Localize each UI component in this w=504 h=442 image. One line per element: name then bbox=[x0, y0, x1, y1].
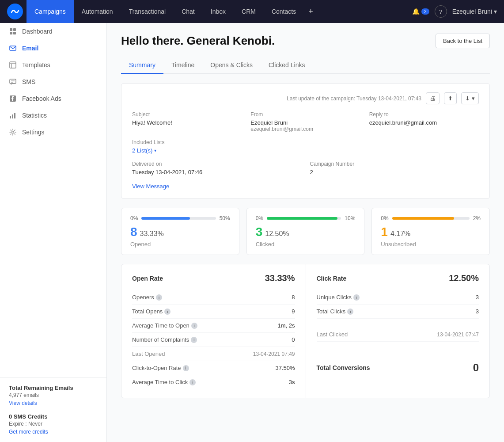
remaining-emails-title: Total Remaining Emails bbox=[9, 385, 98, 391]
user-menu-button[interactable]: Ezequiel Bruni ▾ bbox=[452, 8, 497, 15]
topnav-item-inbox[interactable]: Inbox bbox=[203, 0, 234, 23]
download-icon: ⬇ bbox=[465, 95, 470, 102]
total-clicks-info-icon[interactable]: i bbox=[347, 309, 353, 315]
openers-info-icon[interactable]: i bbox=[156, 294, 162, 301]
avg-time-click-row: Average Time to Click i 3s bbox=[132, 375, 295, 389]
sidebar-item-dashboard[interactable]: Dashboard bbox=[0, 23, 106, 40]
topnav-item-campaigns[interactable]: Campaigns bbox=[27, 0, 74, 23]
last-update-text: Last update of the campaign: Tuesday 13-… bbox=[287, 95, 421, 102]
total-conversions-row: Total Conversions 0 bbox=[317, 356, 479, 379]
click-rate-pct: 12.50% bbox=[449, 273, 479, 283]
delivered-col: Delivered on Tuesday 13-04-2021, 07:46 bbox=[132, 161, 301, 175]
avg-time-open-row: Average Time to Open i 1m, 2s bbox=[132, 319, 295, 333]
reply-email: ezequiel.bruni@gmail.com bbox=[369, 119, 479, 126]
spacer bbox=[317, 319, 479, 328]
unsub-fill bbox=[392, 217, 454, 220]
subject-col: Subject Hiya! Welcome! bbox=[132, 111, 242, 132]
opened-max: 50% bbox=[220, 215, 230, 221]
topnav-item-contacts[interactable]: Contacts bbox=[264, 0, 304, 23]
download-button[interactable]: ⬇ ▾ bbox=[461, 92, 479, 104]
sidebar-item-templates[interactable]: Templates bbox=[0, 57, 106, 73]
last-opened-row: Last Opened 13-04-2021 07:49 bbox=[132, 347, 295, 361]
last-clicked-val: 13-04-2021 07:47 bbox=[437, 332, 479, 338]
info-grid: Subject Hiya! Welcome! From Ezequiel Bru… bbox=[132, 111, 479, 132]
tab-opens-clicks[interactable]: Opens & Clicks bbox=[202, 57, 261, 74]
complaints-val: 0 bbox=[292, 336, 295, 343]
topnav-item-automation[interactable]: Automation bbox=[74, 0, 121, 23]
chevron-down-icon: ▾ bbox=[154, 148, 156, 153]
svg-rect-1 bbox=[10, 28, 12, 31]
clicked-track bbox=[267, 217, 341, 220]
tab-clicked-links[interactable]: Clicked Links bbox=[261, 57, 313, 74]
total-conversions-label: Total Conversions bbox=[317, 364, 370, 371]
click-to-open-row: Click-to-Open Rate i 37.50% bbox=[132, 361, 295, 375]
clicked-max: 10% bbox=[345, 215, 355, 221]
tab-summary[interactable]: Summary bbox=[121, 57, 163, 74]
last-clicked-row: Last Clicked 13-04-2021 07:47 bbox=[317, 328, 479, 342]
tab-timeline[interactable]: Timeline bbox=[163, 57, 202, 74]
from-name: Ezequiel Bruni bbox=[250, 119, 360, 126]
click-to-open-val: 37.50% bbox=[275, 365, 295, 371]
open-rate-section: Open Rate 33.33% Openers i 8 Total Opens… bbox=[121, 264, 306, 398]
avg-time-click-info-icon[interactable]: i bbox=[189, 379, 196, 385]
clicked-stat-card: 0% 10% 3 12.50% Clicked bbox=[246, 208, 365, 255]
svg-rect-5 bbox=[10, 46, 16, 50]
unique-clicks-row: Unique Clicks i 3 bbox=[317, 290, 479, 305]
view-message-link[interactable]: View Message bbox=[132, 183, 169, 190]
print-button[interactable]: 🖨 bbox=[426, 92, 440, 104]
last-opened-val: 13-04-2021 07:49 bbox=[253, 351, 295, 357]
unsub-max: 2% bbox=[473, 215, 481, 221]
share-icon: ⬆ bbox=[448, 95, 453, 102]
clicked-fill bbox=[267, 217, 337, 220]
opened-min: 0% bbox=[130, 215, 138, 221]
notifications-button[interactable]: 🔔 2 bbox=[412, 8, 429, 15]
topnav-item-chat[interactable]: Chat bbox=[174, 0, 203, 23]
page-header: Hello there. General Kenobi. Back to the… bbox=[121, 34, 490, 48]
logo[interactable] bbox=[7, 4, 23, 19]
clicked-min: 0% bbox=[256, 215, 263, 221]
svg-rect-6 bbox=[10, 62, 16, 68]
open-rate-header: Open Rate 33.33% bbox=[132, 273, 295, 283]
back-to-list-button[interactable]: Back to the List bbox=[436, 34, 490, 48]
topnav-item-transactional[interactable]: Transactional bbox=[121, 0, 174, 23]
open-rate-title: Open Rate bbox=[132, 275, 163, 282]
topnav-item-crm[interactable]: CRM bbox=[234, 0, 264, 23]
click-to-open-info-icon[interactable]: i bbox=[183, 365, 189, 371]
avg-time-click-val: 3s bbox=[289, 379, 295, 385]
unique-clicks-info-icon[interactable]: i bbox=[353, 294, 360, 301]
lists-link[interactable]: 2 List(s) bbox=[132, 147, 152, 154]
avg-time-open-info-icon[interactable]: i bbox=[191, 323, 197, 329]
unsub-range: 0% 2% bbox=[381, 215, 481, 221]
view-details-link[interactable]: View details bbox=[9, 400, 37, 406]
opened-fill bbox=[141, 217, 189, 220]
sidebar-item-sms[interactable]: SMS bbox=[0, 73, 106, 90]
get-more-credits-link[interactable]: Get more credits bbox=[9, 429, 48, 435]
clicked-pct: 12.50% bbox=[265, 230, 289, 238]
click-rate-section: Click Rate 12.50% Unique Clicks i 3 Tota… bbox=[306, 264, 490, 398]
help-button[interactable]: ? bbox=[435, 5, 447, 18]
page-title: Hello there. General Kenobi. bbox=[121, 34, 275, 48]
delivered-label: Delivered on bbox=[132, 161, 301, 167]
total-opens-info-icon[interactable]: i bbox=[164, 309, 171, 315]
sidebar-item-statistics[interactable]: Statistics bbox=[0, 107, 106, 124]
sidebar-item-facebook-ads[interactable]: Facebook Ads bbox=[0, 90, 106, 107]
add-menu-button[interactable]: + bbox=[304, 0, 318, 23]
sidebar-item-email[interactable]: Email bbox=[0, 40, 106, 57]
print-icon: 🖨 bbox=[430, 95, 436, 102]
subject-label: Subject bbox=[132, 111, 242, 118]
sidebar-item-settings[interactable]: Settings bbox=[0, 124, 106, 141]
share-button[interactable]: ⬆ bbox=[444, 92, 457, 104]
unsub-pct: 4.17% bbox=[390, 230, 410, 238]
opened-range: 0% 50% bbox=[130, 215, 230, 221]
facebook-icon bbox=[9, 95, 17, 103]
total-conversions-val: 0 bbox=[473, 362, 479, 374]
total-opens-row: Total Opens i 9 bbox=[132, 305, 295, 319]
svg-rect-15 bbox=[14, 113, 15, 118]
main-content: Hello there. General Kenobi. Back to the… bbox=[107, 23, 504, 442]
svg-rect-3 bbox=[10, 32, 12, 34]
unsub-val-row: 1 4.17% bbox=[381, 225, 481, 239]
subject-val: Hiya! Welcome! bbox=[132, 119, 242, 126]
grid-icon bbox=[9, 27, 17, 35]
complaints-info-icon[interactable]: i bbox=[191, 337, 197, 343]
svg-rect-4 bbox=[13, 32, 16, 34]
